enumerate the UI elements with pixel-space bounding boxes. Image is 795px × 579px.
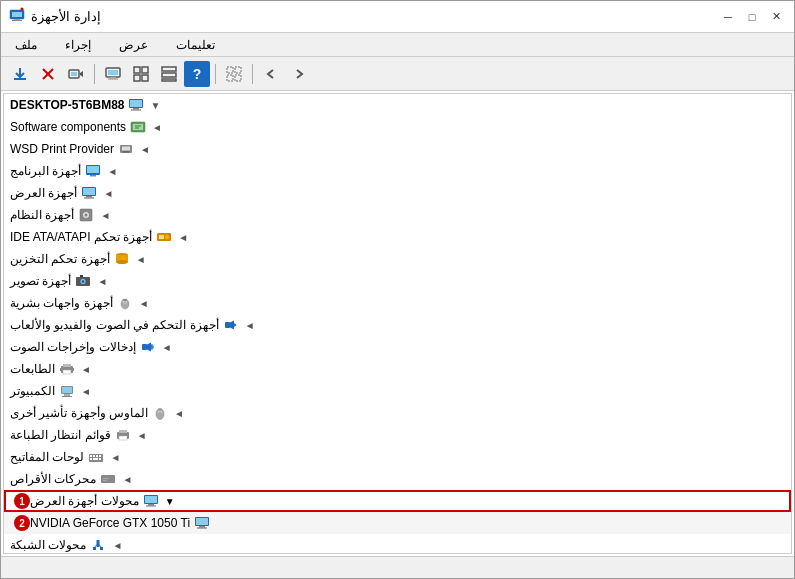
menu-view[interactable]: عرض xyxy=(113,36,154,54)
svg-rect-35 xyxy=(123,151,129,153)
menu-action[interactable]: إجراء xyxy=(59,36,97,54)
toolbar-back[interactable] xyxy=(258,61,284,87)
tree-item-drives[interactable]: ◄ محركات الأقراص xyxy=(4,468,791,490)
svg-point-4 xyxy=(21,8,24,11)
expand-storage[interactable]: ◄ xyxy=(134,252,148,266)
expand-software[interactable]: ◄ xyxy=(150,120,164,134)
svg-point-48 xyxy=(165,235,170,240)
computer-icon xyxy=(59,383,75,399)
storage-label: أجهزة تحكم التخزين xyxy=(10,252,110,266)
expand-display-adapters[interactable]: ▼ xyxy=(163,494,177,508)
tree-item-display[interactable]: ◄ أجهزة العرض xyxy=(4,182,791,204)
tree-item-keyboards[interactable]: ◄ لوحات المفاتيح xyxy=(4,446,791,468)
tree-item-imaging[interactable]: ◄ أجهزة تصوير xyxy=(4,270,791,292)
toolbar-help[interactable]: ? xyxy=(184,61,210,87)
toolbar-grid1[interactable] xyxy=(128,61,154,87)
nvidia-icon xyxy=(194,515,210,531)
svg-rect-100 xyxy=(93,547,96,550)
network-icon xyxy=(90,537,106,553)
expand-printers[interactable]: ◄ xyxy=(79,362,93,376)
svg-rect-9 xyxy=(71,72,77,76)
keyboards-label: لوحات المفاتيح xyxy=(10,450,84,464)
svg-rect-34 xyxy=(122,147,130,151)
expand-printqueue[interactable]: ◄ xyxy=(135,428,149,442)
toolbar-show-hidden[interactable] xyxy=(221,61,247,87)
expand-wsd[interactable]: ◄ xyxy=(138,142,152,156)
svg-rect-38 xyxy=(90,175,96,177)
tree-item-printqueue[interactable]: ◄ قوائم انتظار الطباعة xyxy=(4,424,791,446)
status-bar xyxy=(1,556,794,578)
tree-item-soundvideo[interactable]: ◄ أجهزة التحكم في الصوت والفيديو والألعا… xyxy=(4,314,791,336)
close-button[interactable]: ✕ xyxy=(766,7,786,27)
toolbar-forward[interactable] xyxy=(286,61,312,87)
svg-rect-60 xyxy=(123,299,127,301)
tree-item-prog[interactable]: ◄ أجهزة البرنامج xyxy=(4,160,791,182)
title-bar-left: ✕ □ ─ xyxy=(718,7,786,27)
tree-item-network[interactable]: ◄ محولات الشبكة xyxy=(4,534,791,554)
svg-rect-42 xyxy=(84,198,94,199)
nvidia-label: NVIDIA GeForce GTX 1050 Ti xyxy=(30,516,190,530)
svg-rect-84 xyxy=(90,458,92,460)
expand-prog[interactable]: ◄ xyxy=(105,164,119,178)
toolbar-computer[interactable] xyxy=(100,61,126,87)
expand-mouse[interactable]: ◄ xyxy=(172,406,186,420)
tree-item-mouse[interactable]: ◄ الماوس وأجهزة تأشير أخرى xyxy=(4,402,791,424)
tree-panel-inner: ▼ DESKTOP-5T6BM88 ◄ xyxy=(4,94,791,554)
minimize-button[interactable]: ─ xyxy=(718,7,738,27)
expand-hid[interactable]: ◄ xyxy=(137,296,151,310)
toolbar-delete[interactable] xyxy=(35,61,61,87)
tree-item-ide[interactable]: ◄ أجهزة تحكم IDE ATA/ATAPI xyxy=(4,226,791,248)
tree-panel[interactable]: ▼ DESKTOP-5T6BM88 ◄ xyxy=(3,93,792,554)
expand-network[interactable]: ◄ xyxy=(110,538,124,552)
expand-audioio[interactable]: ◄ xyxy=(160,340,174,354)
tree-item-audioio[interactable]: ◄ إدخالات وإخراجات الصوت xyxy=(4,336,791,358)
tree-item-wsd[interactable]: ◄ WSD Print Provider xyxy=(4,138,791,160)
maximize-button[interactable]: □ xyxy=(742,7,762,27)
svg-rect-98 xyxy=(199,526,205,528)
expand-ide[interactable]: ◄ xyxy=(176,230,190,244)
toolbar: ? xyxy=(1,57,794,91)
expand-drives[interactable]: ◄ xyxy=(120,472,134,486)
svg-rect-62 xyxy=(142,344,147,350)
expand-system[interactable]: ◄ xyxy=(98,208,112,222)
expand-imaging[interactable]: ◄ xyxy=(95,274,109,288)
toolbar-grid2[interactable] xyxy=(156,61,182,87)
tree-item-printers[interactable]: ◄ الطابعات xyxy=(4,358,791,380)
menu-help[interactable]: تعليمات xyxy=(170,36,221,54)
prog-label: أجهزة البرنامج xyxy=(10,164,81,178)
soundvideo-icon xyxy=(223,317,239,333)
svg-rect-23 xyxy=(227,75,233,81)
svg-rect-80 xyxy=(90,455,92,457)
tree-item-hid[interactable]: ◄ أجهزة واجهات بشرية xyxy=(4,292,791,314)
tree-item-computer[interactable]: ◄ الكمبيوتر xyxy=(4,380,791,402)
svg-rect-91 xyxy=(103,480,107,481)
tree-item-system[interactable]: ◄ أجهزة النظام xyxy=(4,204,791,226)
display-label: أجهزة العرض xyxy=(10,186,77,200)
display-icon xyxy=(81,185,97,201)
expand-keyboards[interactable]: ◄ xyxy=(108,450,122,464)
svg-rect-65 xyxy=(63,370,71,374)
svg-rect-3 xyxy=(12,20,22,21)
toolbar-sep3 xyxy=(252,64,253,84)
expand-computer[interactable]: ◄ xyxy=(79,384,93,398)
toolbar-download[interactable] xyxy=(7,61,33,87)
tree-item-nvidia[interactable]: ▸ NVIDIA GeForce GTX 1050 Ti 2 xyxy=(4,512,791,534)
printers-icon xyxy=(59,361,75,377)
expand-soundvideo[interactable]: ◄ xyxy=(243,318,257,332)
ide-label: أجهزة تحكم IDE ATA/ATAPI xyxy=(10,230,152,244)
drives-icon xyxy=(100,471,116,487)
system-label: أجهزة النظام xyxy=(10,208,74,222)
svg-rect-81 xyxy=(93,455,95,457)
expand-display[interactable]: ◄ xyxy=(101,186,115,200)
svg-rect-13 xyxy=(108,78,118,79)
tree-item-storage[interactable]: ◄ أجهزة تحكم التخزين xyxy=(4,248,791,270)
tree-item-desktop[interactable]: ▼ DESKTOP-5T6BM88 xyxy=(4,94,791,116)
svg-rect-1 xyxy=(12,12,22,17)
svg-rect-22 xyxy=(235,67,241,73)
menu-file[interactable]: ملف xyxy=(9,36,43,54)
tree-item-software[interactable]: ◄ Software components xyxy=(4,116,791,138)
menu-bar: تعليمات عرض إجراء ملف xyxy=(1,33,794,57)
toolbar-scan[interactable] xyxy=(63,61,89,87)
tree-item-display-adapters[interactable]: ▼ محولات أجهزة العرض 1 xyxy=(4,490,791,512)
expand-desktop[interactable]: ▼ xyxy=(148,98,162,112)
